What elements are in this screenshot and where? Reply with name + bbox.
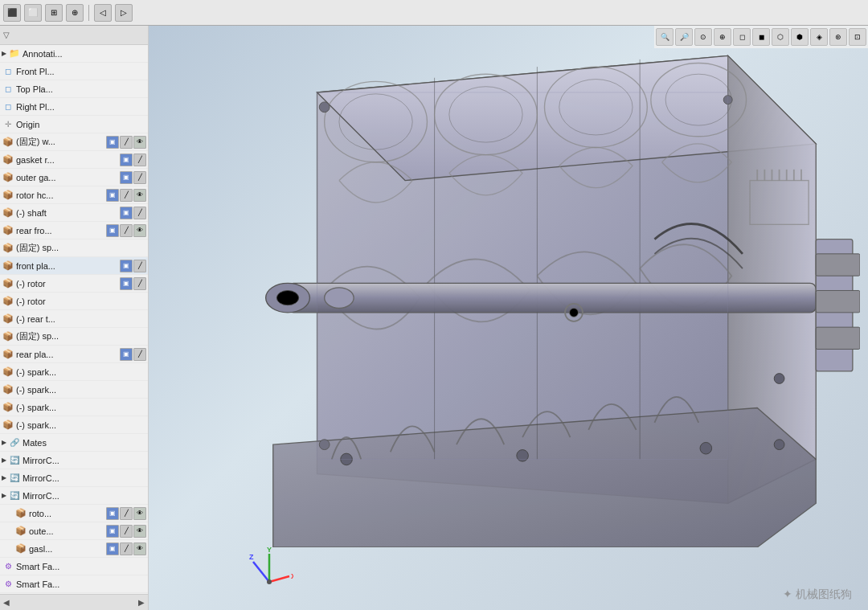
toolbar-prev-button[interactable]: ◁ [94,4,112,22]
tree-item-label: outer ga... [16,173,120,182]
tree-item-label: (-) spark... [16,385,146,395]
toolbar-icon-1[interactable]: ⬛ [3,4,21,22]
chevron-icon: ▶ [2,474,6,481]
action-edit[interactable]: ╱ [120,525,133,538]
action-show[interactable]: ▣ [120,348,133,361]
svg-text:Y: Y [267,546,272,554]
action-show[interactable]: ▣ [106,224,119,237]
action-edit[interactable]: ╱ [120,224,133,237]
item-actions: ▣ ╱ [120,260,146,272]
tree-item-rotor2[interactable]: 📦 (-) rotor [0,293,148,310]
action-show[interactable]: ▣ [120,260,133,272]
tree-item-rear-t[interactable]: 📦 (-) rear t... [0,310,148,328]
action-hide[interactable]: 👁 [133,189,146,202]
action-edit[interactable]: ╱ [120,136,133,149]
part-icon: 📦 [2,313,14,325]
item-actions: ▣ ╱ [120,207,146,219]
tree-item-label: Smart Fa... [16,579,146,589]
tree-item-front-pla[interactable]: 📦 front pla... ▣ ╱ [0,257,148,275]
tree-item-front-plane[interactable]: ◻ Front Pl... [0,63,148,80]
svg-rect-15 [288,283,816,313]
toolbar-icon-2[interactable]: ⬜ [24,4,42,22]
tree-item-label: (-) spark... [16,420,146,430]
scroll-left[interactable]: ◀ [3,598,10,607]
tree-item-spark1[interactable]: 📦 (-) spark... [0,363,148,381]
action-edit[interactable]: ╱ [133,277,146,290]
action-show[interactable]: ▣ [106,525,119,538]
tree-item-label: (-) rotor [16,279,120,289]
tree-item-roto-sub[interactable]: 📦 roto... ▣ ╱ 👁 [0,505,148,522]
tree-item-right-plane[interactable]: ◻ Right Pl... [0,98,148,116]
tree-item-origin[interactable]: ✛ Origin [0,116,148,133]
tree-item-fixed-sp2[interactable]: 📦 (固定) sp... [0,328,148,346]
action-edit[interactable]: ╱ [120,542,133,555]
action-show[interactable]: ▣ [120,154,133,166]
tree-item-spark3[interactable]: 📦 (-) spark... [0,399,148,416]
tree-item-mirror2[interactable]: ▶ 🔄 MirrorC... [0,469,148,487]
tree-item-label: gasl... [29,544,106,554]
tree-item-gasket-r[interactable]: 📦 gasket r... ▣ ╱ [0,151,148,169]
action-hide[interactable]: 👁 [133,507,146,520]
tree-item-outer-ga[interactable]: 📦 outer ga... ▣ ╱ [0,169,148,186]
part-icon: 📦 [2,348,14,361]
feature-tree-list[interactable]: ▶ 📁 Annotati... ◻ Front Pl... ◻ Top Pla.… [0,45,148,594]
action-show[interactable]: ▣ [120,207,133,219]
part-icon: 📦 [2,330,14,343]
tree-item-fixed-sp[interactable]: 📦 (固定) sp... [0,239,148,257]
tree-item-label: Mates [23,438,146,448]
part-icon: 📦 [2,383,14,396]
action-edit[interactable]: ╱ [120,189,133,202]
tree-item-label: rear pla... [16,350,120,359]
action-hide[interactable]: 👁 [133,542,146,555]
tree-item-rear-pla[interactable]: 📦 rear pla... ▣ ╱ [0,346,148,363]
action-hide[interactable]: 👁 [133,525,146,538]
action-edit[interactable]: ╱ [133,171,146,184]
part-icon: 📦 [2,189,14,202]
action-show[interactable]: ▣ [106,189,119,202]
action-diag[interactable]: ╱ [133,260,146,272]
action-edit[interactable]: ╱ [133,207,146,219]
action-show[interactable]: ▣ [120,277,133,290]
tree-item-rotor1[interactable]: 📦 (-) rotor ▣ ╱ [0,275,148,293]
tree-item-mates[interactable]: ▶ 🔗 Mates [0,434,148,452]
tree-item-gasl-sub[interactable]: 📦 gasl... ▣ ╱ 👁 [0,540,148,558]
toolbar-icon-3[interactable]: ⊞ [45,4,63,22]
tree-item-label: Origin [16,120,146,129]
tree-item-shaft[interactable]: 📦 (-) shaft ▣ ╱ [0,204,148,222]
watermark-text: 机械图纸狗 [796,587,852,600]
toolbar-icon-4[interactable]: ⊕ [66,4,84,22]
tree-item-rear-fro[interactable]: 📦 rear fro... ▣ ╱ 👁 [0,222,148,239]
feature-tree-sidebar: ▽ ▶ 📁 Annotati... ◻ Front Pl... ◻ Top Pl… [0,26,149,610]
action-show[interactable]: ▣ [106,136,119,149]
tree-item-smart-f2[interactable]: ⚙ Smart Fa... [0,575,148,593]
part-icon: 📦 [14,542,27,555]
tree-item-annotations[interactable]: ▶ 📁 Annotati... [0,45,148,63]
tree-item-smart-f1[interactable]: ⚙ Smart Fa... [0,558,148,575]
action-show[interactable]: ▣ [106,542,119,555]
tree-item-spark2[interactable]: 📦 (-) spark... [0,381,148,399]
svg-point-38 [319,102,330,113]
tree-item-spark4[interactable]: 📦 (-) spark... [0,416,148,434]
tree-item-rotor-hc[interactable]: 📦 rotor hc... ▣ ╱ 👁 [0,186,148,204]
tree-item-label: Top Pla... [16,84,146,94]
tree-item-oute-sub[interactable]: 📦 oute... ▣ ╱ 👁 [0,522,148,540]
tree-item-fixed-w[interactable]: 📦 (固定) w... ▣ ╱ 👁 [0,133,148,151]
action-edit[interactable]: ╱ [120,507,133,520]
action-edit[interactable]: ╱ [133,348,146,361]
watermark-icon: ✦ [783,587,792,600]
toolbar-next-button[interactable]: ▷ [115,4,133,22]
action-hide[interactable]: 👁 [133,224,146,237]
scroll-right[interactable]: ▶ [138,598,145,607]
action-show[interactable]: ▣ [106,507,119,520]
action-show[interactable]: ▣ [120,171,133,184]
action-hide[interactable]: 👁 [133,136,146,149]
tree-item-label: (-) rotor [16,297,146,306]
action-edit[interactable]: ╱ [133,154,146,166]
svg-point-34 [774,374,784,384]
3d-viewport[interactable]: 🔍 🔎 ⊙ ⊕ ◻ ◼ ⬡ ⬢ ◈ ⊛ ⊡ [149,26,868,610]
tree-item-mirror1[interactable]: ▶ 🔄 MirrorC... [0,452,148,469]
tree-item-label: (固定) sp... [16,330,146,342]
tree-item-mirror3[interactable]: ▶ 🔄 MirrorC... [0,487,148,505]
tree-item-top-plane[interactable]: ◻ Top Pla... [0,80,148,98]
svg-point-39 [319,440,330,450]
